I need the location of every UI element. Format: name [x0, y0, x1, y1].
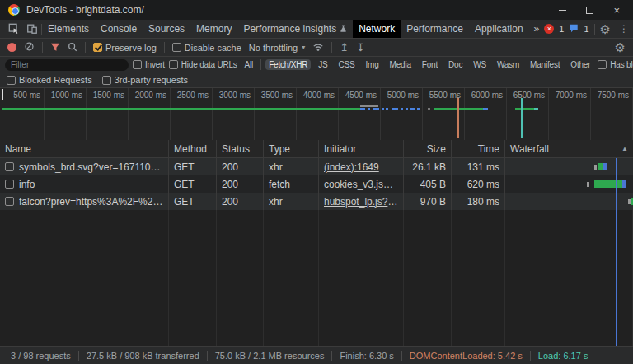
- column-header-waterfall[interactable]: Waterfall ▲: [505, 140, 633, 157]
- filter-pill-media[interactable]: Media: [387, 59, 415, 70]
- chrome-logo-icon: [8, 4, 20, 16]
- timeline-tick: 7000 ms: [539, 91, 587, 100]
- blocked-requests-checkbox[interactable]: Blocked Requests: [7, 75, 92, 85]
- error-badge-icon[interactable]: ×: [544, 24, 554, 34]
- export-har-icon[interactable]: ↥: [340, 42, 349, 53]
- maximize-button[interactable]: [586, 7, 593, 14]
- tab-label: Performance insights: [243, 23, 336, 35]
- disable-cache-checkbox[interactable]: Disable cache: [172, 43, 241, 53]
- issues-icon[interactable]: [569, 23, 579, 35]
- table-row[interactable]: symbols_brd.svg?ver=1671108565 GET 200 x…: [0, 158, 633, 175]
- search-icon[interactable]: [68, 42, 77, 54]
- filter-pill-img[interactable]: Img: [362, 59, 382, 70]
- table-row[interactable]: falcon?prev=https%3A%2F%2Fwww.goo… GET 2…: [0, 193, 633, 210]
- filter-pill-other[interactable]: Other: [567, 59, 593, 70]
- network-conditions-icon[interactable]: [312, 41, 324, 54]
- checkbox-unchecked[interactable]: [169, 60, 178, 69]
- column-header-initiator[interactable]: Initiator: [319, 140, 404, 157]
- invert-label: Invert: [145, 60, 165, 69]
- request-method: GET: [169, 175, 217, 193]
- timeline-tick: 2000 ms: [119, 91, 166, 100]
- tab-performance-insights[interactable]: Performance insights: [237, 20, 353, 38]
- dcl-marker-line: [457, 98, 459, 138]
- invert-checkbox[interactable]: Invert: [133, 60, 165, 69]
- more-tabs-button[interactable]: »: [529, 20, 545, 38]
- has-blocked-cookies-checkbox[interactable]: Has blocked cookies: [598, 60, 633, 69]
- tab-network[interactable]: Network: [353, 20, 401, 38]
- initiator-link[interactable]: hubspot_lp.js?ver=1…: [324, 196, 398, 208]
- filter-pill-fetch-xhr[interactable]: Fetch/XHR: [265, 59, 311, 70]
- filter-pill-wasm[interactable]: Wasm: [494, 59, 523, 70]
- preserve-log-checkbox[interactable]: Preserve log: [93, 43, 157, 53]
- divider: [260, 59, 261, 70]
- overview-activity-bar: [360, 108, 365, 110]
- waterfall-cell[interactable]: [505, 193, 633, 210]
- tab-console[interactable]: Console: [95, 20, 143, 38]
- third-party-requests-checkbox[interactable]: 3rd-party requests: [102, 75, 188, 85]
- filter-pill-manifest[interactable]: Manifest: [527, 59, 563, 70]
- divider: [607, 42, 607, 53]
- hide-data-urls-checkbox[interactable]: Hide data URLs: [169, 60, 237, 69]
- waterfall-cell[interactable]: [505, 175, 633, 193]
- record-button[interactable]: [7, 43, 16, 52]
- request-name[interactable]: info: [19, 179, 35, 190]
- filter-pill-doc[interactable]: Doc: [445, 59, 466, 70]
- tab-memory[interactable]: Memory: [190, 20, 237, 38]
- network-overview-timeline[interactable]: 500 ms 1000 ms 1500 ms 2000 ms 2500 ms 3…: [0, 87, 633, 140]
- tab-performance[interactable]: Performance: [401, 20, 469, 38]
- row-checkbox[interactable]: [5, 180, 14, 189]
- timeline-tick: 5500 ms: [413, 91, 461, 100]
- inspect-element-icon[interactable]: [5, 20, 23, 38]
- close-button[interactable]: ×: [613, 5, 620, 16]
- timeline-tick: 1000 ms: [35, 91, 82, 100]
- filter-icon[interactable]: [50, 42, 60, 54]
- checkbox-unchecked[interactable]: [172, 43, 181, 52]
- initiator-link[interactable]: cookies_v3.js?ver=16…: [324, 179, 398, 190]
- throttling-select[interactable]: No throttling ▾: [249, 43, 305, 53]
- column-header-method[interactable]: Method: [169, 140, 217, 157]
- request-size: 26.1 kB: [404, 158, 452, 175]
- sort-ascending-icon[interactable]: ▲: [621, 145, 628, 152]
- minimize-button[interactable]: [559, 10, 566, 11]
- filter-pill-css[interactable]: CSS: [335, 59, 359, 70]
- overview-activity-bar: [483, 108, 488, 110]
- request-name[interactable]: symbols_brd.svg?ver=1671108565: [19, 161, 163, 173]
- column-header-status[interactable]: Status: [217, 140, 264, 157]
- timeline-tick: 4500 ms: [329, 91, 377, 100]
- checkbox-unchecked[interactable]: [102, 76, 111, 85]
- filter-pill-font[interactable]: Font: [419, 59, 441, 70]
- table-header: Name Method Status Type Initiator Size T…: [0, 140, 633, 158]
- filter-pill-js[interactable]: JS: [315, 59, 331, 70]
- checkbox-checked[interactable]: [93, 43, 102, 52]
- tab-elements[interactable]: Elements: [42, 20, 95, 38]
- clear-button[interactable]: [24, 41, 35, 54]
- row-checkbox[interactable]: [5, 197, 14, 206]
- overview-activity-bar: [373, 108, 379, 110]
- overview-activity-bar: [534, 108, 538, 110]
- initiator-link[interactable]: (index):1649: [324, 161, 379, 173]
- column-header-size[interactable]: Size: [404, 140, 452, 157]
- checkbox-unchecked[interactable]: [598, 60, 607, 69]
- filter-input[interactable]: [5, 59, 129, 71]
- filter-pill-ws[interactable]: WS: [470, 59, 490, 70]
- waterfall-queue-tick: [594, 165, 597, 170]
- device-toolbar-icon[interactable]: [23, 20, 41, 38]
- column-header-name[interactable]: Name: [0, 140, 169, 157]
- filter-pill-all[interactable]: All: [241, 59, 257, 70]
- checkbox-unchecked[interactable]: [7, 76, 16, 85]
- waterfall-queue-tick: [587, 182, 589, 187]
- network-settings-gear-icon[interactable]: ⚙: [615, 41, 626, 54]
- checkbox-unchecked[interactable]: [133, 60, 142, 69]
- import-har-icon[interactable]: ↧: [356, 42, 365, 53]
- timeline-tick: 7500 ms: [581, 91, 629, 100]
- table-row[interactable]: info GET 200 fetch cookies_v3.js?ver=16……: [0, 175, 633, 193]
- column-header-time[interactable]: Time: [452, 140, 505, 157]
- settings-gear-icon[interactable]: ⚙: [600, 23, 611, 35]
- waterfall-cell[interactable]: [505, 158, 633, 175]
- tab-application[interactable]: Application: [469, 20, 529, 38]
- tab-sources[interactable]: Sources: [143, 20, 190, 38]
- row-checkbox[interactable]: [5, 162, 14, 171]
- kebab-menu-icon[interactable]: ⋮: [616, 23, 632, 35]
- request-name[interactable]: falcon?prev=https%3A%2F%2Fwww.goo…: [19, 196, 163, 208]
- column-header-type[interactable]: Type: [264, 140, 319, 157]
